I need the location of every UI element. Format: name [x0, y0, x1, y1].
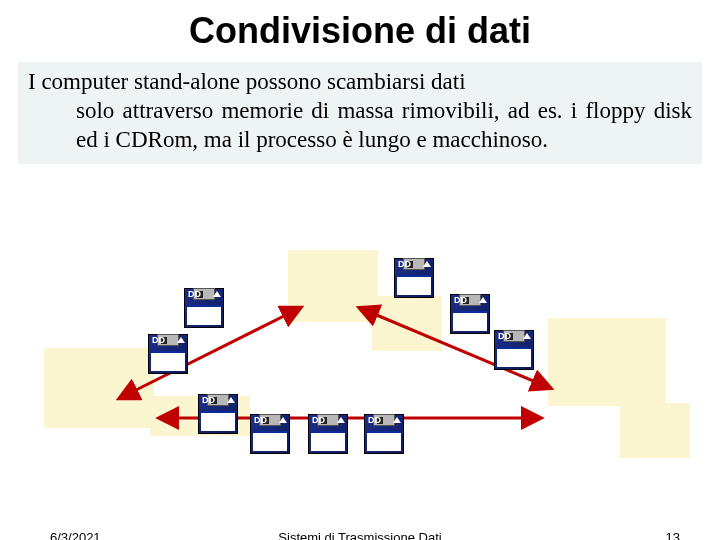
arrows — [0, 248, 720, 488]
floppy-icon: DD — [184, 288, 224, 328]
floppy-icon: DD — [198, 394, 238, 434]
body-text: I computer stand-alone possono scambiars… — [28, 68, 692, 154]
floppy-dd-label: DD — [454, 295, 467, 305]
footer-page-number: 13 — [666, 530, 680, 540]
floppy-icon: DD — [148, 334, 188, 374]
floppy-dd-label: DD — [312, 415, 325, 425]
floppy-icon: DD — [250, 414, 290, 454]
body-first-line: I computer stand-alone possono scambiars… — [28, 69, 466, 94]
floppy-icon: DD — [364, 414, 404, 454]
floppy-icon: DD — [494, 330, 534, 370]
floppy-dd-label: DD — [498, 331, 511, 341]
floppy-dd-label: DD — [254, 415, 267, 425]
body-rest: solo attraverso memorie di massa rimovib… — [28, 97, 692, 155]
floppy-dd-label: DD — [188, 289, 201, 299]
floppy-dd-label: DD — [152, 335, 165, 345]
floppy-icon: DD — [394, 258, 434, 298]
floppy-icon: DD — [308, 414, 348, 454]
diagram-area: DD DD DD DD DD DD DD DD DD — [0, 248, 720, 488]
floppy-dd-label: DD — [398, 259, 411, 269]
slide-title: Condivisione di dati — [0, 0, 720, 52]
body-panel: I computer stand-alone possono scambiars… — [18, 62, 702, 164]
floppy-icon: DD — [450, 294, 490, 334]
footer-title: Sistemi di Trasmissione Dati — [0, 530, 720, 540]
floppy-dd-label: DD — [202, 395, 215, 405]
floppy-dd-label: DD — [368, 415, 381, 425]
